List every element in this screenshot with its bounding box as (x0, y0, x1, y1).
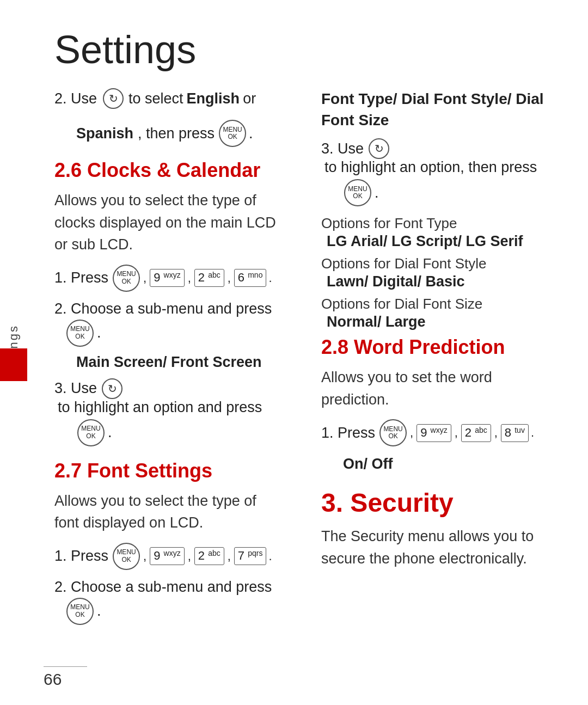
key-9wxyz: 9 wxyz (150, 269, 184, 287)
font-type-header: Font Type/ Dial Font Style/ Dial Font Si… (321, 88, 544, 131)
step2-26: 2. Choose a sub-menu and press MENUOK . … (54, 301, 278, 371)
period5: . (97, 603, 101, 620)
left-column: 2. Use ↻ to select English or Spanish , … (54, 88, 283, 630)
section-28-heading: 2.8 Word Prediction (321, 336, 544, 359)
period4: . (268, 549, 272, 563)
intro-step2-num: 2. Use (54, 90, 97, 107)
section-28-body: Allows you to set the word prediction. (321, 366, 544, 410)
menu-ok-button-intro: MENUOK (219, 120, 246, 147)
step3-26-mid: to highlight an option and press (58, 399, 262, 416)
comma5: , (188, 549, 191, 563)
right-column: Font Type/ Dial Font Style/ Dial Font Si… (316, 88, 544, 630)
menu-ok-button-7: MENUOK (379, 419, 407, 446)
step1-27-label: 1. Press (54, 548, 108, 565)
divider (44, 666, 87, 667)
main-front-screen: Main Screen/ Front Screen (76, 354, 262, 370)
intro-bold-spanish: Spanish (76, 125, 133, 142)
comma3: , (228, 271, 231, 285)
key-2abc-2: 2 abc (194, 547, 224, 565)
options-font-type-value: LG Arial/ LG Script/ LG Serif (327, 233, 544, 250)
menu-ok-button-5: MENUOK (66, 598, 94, 625)
options-dial-font-style-value: Lawn/ Digital/ Basic (327, 273, 544, 290)
menu-ok-button-6: MENUOK (344, 179, 371, 206)
comma4: , (143, 549, 146, 563)
section-3-heading: 3. Security (321, 488, 544, 518)
menu-ok-bottom: OK (228, 133, 237, 140)
period2: . (97, 324, 101, 341)
step3-right: 3. Use ↻ to highlight an option, then pr… (321, 138, 544, 176)
comma6: , (228, 549, 231, 563)
step2-27-text: 2. Choose a sub-menu and press (54, 579, 272, 596)
menu-ok-button-4: MENUOK (113, 543, 140, 570)
menu-ok-button-3: MENUOK (77, 419, 105, 446)
intro-step2-mid: to select (128, 90, 183, 107)
section-26-body: Allows you to select the type of clocks … (54, 189, 278, 256)
step1-28: 1. Press MENUOK , 9 wxyz , 2 abc , 8 tuv… (321, 419, 544, 446)
section-27-heading: 2.7 Font Settings (54, 459, 278, 482)
comma7: , (410, 426, 413, 440)
page-title: Settings (0, 0, 588, 88)
comma9: , (494, 426, 498, 440)
section-27-body: Allows you to select the type of font di… (54, 490, 278, 534)
key-8tuv: 8 tuv (501, 424, 529, 442)
comma8: , (455, 426, 458, 440)
section-tab (0, 348, 27, 381)
step1-26: 1. Press MENUOK , 9 wxyz , 2 abc , 6 mno… (54, 265, 278, 292)
step2-27: 2. Choose a sub-menu and press MENUOK . (54, 579, 278, 625)
step3-26: 3. Use ↻ to highlight an option and pres… (54, 378, 278, 416)
step1-26-label: 1. Press (54, 269, 108, 286)
options-dial-font-size-label: Options for Dial Font Size (321, 296, 544, 312)
key-7pqrs: 7 pqrs (234, 547, 267, 565)
step1-28-label: 1. Press (321, 425, 375, 442)
period3: . (108, 424, 112, 441)
comma1: , (143, 271, 146, 285)
key-9wxyz-2: 9 wxyz (150, 547, 184, 565)
options-dial-font-style-label: Options for Dial Font Style (321, 255, 544, 272)
key-9wxyz-3: 9 wxyz (416, 424, 451, 442)
nav-circle-icon: ↻ (103, 88, 124, 109)
intro-step2: 2. Use ↻ to select English or (54, 88, 278, 109)
period1: . (268, 271, 272, 285)
menu-ok-button-2: MENUOK (66, 320, 94, 347)
options-font-type-label: Options for Font Type (321, 215, 544, 232)
step1-27: 1. Press MENUOK , 9 wxyz , 2 abc , 7 pqr… (54, 543, 278, 570)
step3-26-text: 3. Use (54, 380, 97, 397)
step2-26-text: 2. Choose a sub-menu and press (54, 301, 272, 317)
intro-bold-english: English (187, 90, 240, 107)
period6: . (375, 185, 379, 201)
menu-ok-button-1: MENUOK (113, 265, 140, 292)
page-number: 66 (44, 670, 62, 689)
step3-right-mid: to highlight an option, then press (324, 159, 537, 176)
on-off-value: On/ Off (343, 456, 393, 472)
period7: . (531, 426, 534, 440)
intro-then-press: , then press (138, 125, 215, 142)
key-6mno: 6 mno (234, 269, 267, 287)
section-3-body: The Security menu allows you to secure t… (321, 525, 544, 569)
period-intro: . (249, 125, 253, 142)
section-26-heading: 2.6 Clocks & Calendar (54, 159, 278, 182)
nav-circle-icon-3: ↻ (369, 138, 389, 159)
step3-right-text: 3. Use (321, 140, 364, 157)
options-dial-font-size-value: Normal/ Large (327, 314, 544, 330)
nav-circle-icon-2: ↻ (102, 378, 122, 399)
key-2abc: 2 abc (194, 269, 224, 287)
intro-or: or (243, 90, 256, 107)
comma2: , (188, 271, 191, 285)
key-2abc-3: 2 abc (461, 424, 491, 442)
